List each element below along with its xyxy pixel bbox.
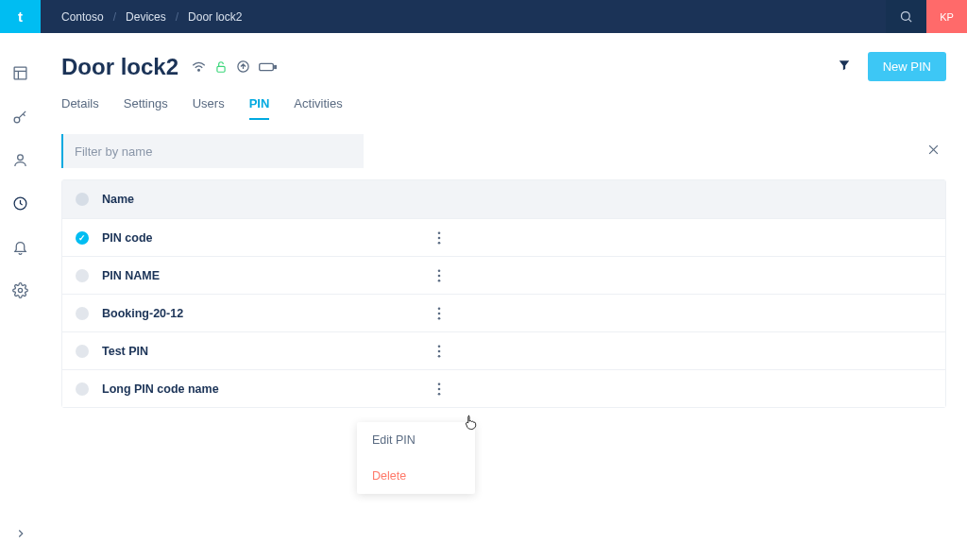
side-rail bbox=[0, 33, 41, 560]
svg-point-24 bbox=[438, 316, 441, 319]
svg-point-21 bbox=[438, 279, 441, 281]
funnel-icon bbox=[838, 59, 851, 72]
svg-point-18 bbox=[438, 241, 441, 244]
rail-dashboard[interactable] bbox=[11, 63, 30, 82]
rail-keys[interactable] bbox=[11, 107, 30, 126]
svg-point-23 bbox=[438, 312, 441, 314]
dots-vertical-icon bbox=[437, 231, 441, 245]
svg-rect-10 bbox=[217, 66, 225, 72]
row-more-button[interactable] bbox=[432, 228, 447, 248]
row-checkbox[interactable] bbox=[76, 231, 89, 245]
table-row[interactable]: Booking-20-12 bbox=[62, 294, 945, 331]
tab-activities[interactable]: Activities bbox=[294, 91, 342, 120]
rail-settings[interactable] bbox=[11, 280, 30, 299]
row-more-button[interactable] bbox=[432, 303, 447, 324]
dots-vertical-icon bbox=[437, 307, 441, 320]
dashboard-icon bbox=[12, 65, 28, 81]
row-name: PIN code bbox=[102, 231, 418, 245]
close-filter-button[interactable] bbox=[921, 139, 946, 164]
breadcrumb-separator: / bbox=[113, 10, 116, 24]
context-menu-edit[interactable]: Edit PIN bbox=[357, 422, 475, 458]
tab-pin[interactable]: PIN bbox=[249, 91, 270, 120]
avatar[interactable]: KP bbox=[926, 0, 967, 33]
svg-point-28 bbox=[438, 382, 441, 385]
svg-point-16 bbox=[438, 231, 441, 234]
row-name: Long PIN code name bbox=[102, 382, 418, 396]
svg-point-25 bbox=[438, 345, 441, 348]
breadcrumb-item-2[interactable]: Door lock2 bbox=[188, 10, 242, 24]
breadcrumb: Contoso / Devices / Door lock2 bbox=[41, 10, 886, 24]
svg-line-1 bbox=[908, 19, 911, 22]
row-name: Test PIN bbox=[102, 345, 418, 358]
filter-input[interactable] bbox=[61, 134, 364, 168]
main-wrap: Door lock2 New PIN Details Settings User… bbox=[0, 33, 967, 560]
title-row: Door lock2 New PIN bbox=[61, 52, 946, 81]
gear-icon bbox=[12, 282, 28, 298]
svg-rect-12 bbox=[260, 63, 274, 70]
svg-point-19 bbox=[438, 269, 441, 272]
rail-users[interactable] bbox=[11, 150, 30, 169]
wifi-icon bbox=[192, 60, 206, 73]
user-icon bbox=[12, 152, 28, 168]
tab-users[interactable]: Users bbox=[193, 91, 225, 120]
table-row[interactable]: Long PIN code name bbox=[62, 369, 945, 407]
app-logo[interactable]: t bbox=[0, 0, 41, 33]
column-name: Name bbox=[102, 193, 134, 206]
page-title: Door lock2 bbox=[61, 54, 178, 80]
filter-row bbox=[61, 134, 946, 168]
table-row[interactable]: PIN code bbox=[62, 218, 945, 256]
app-logo-letter: t bbox=[18, 8, 23, 25]
breadcrumb-item-1[interactable]: Devices bbox=[126, 10, 166, 24]
row-checkbox[interactable] bbox=[76, 307, 89, 320]
rail-devices[interactable] bbox=[11, 194, 30, 212]
row-name: PIN NAME bbox=[102, 269, 418, 282]
svg-point-5 bbox=[14, 117, 20, 123]
tab-settings[interactable]: Settings bbox=[124, 91, 168, 120]
context-menu: Edit PIN Delete bbox=[357, 422, 475, 494]
row-more-button[interactable] bbox=[432, 265, 447, 286]
row-checkbox[interactable] bbox=[76, 345, 89, 358]
svg-point-0 bbox=[902, 12, 910, 21]
breadcrumb-item-0[interactable]: Contoso bbox=[61, 10, 104, 24]
svg-point-20 bbox=[438, 274, 441, 277]
pin-table: Name PIN code PIN NAME Booking-20-12 bbox=[61, 179, 946, 408]
table-header: Name bbox=[62, 180, 945, 218]
search-button[interactable] bbox=[886, 0, 926, 33]
svg-point-30 bbox=[438, 392, 441, 395]
filter-toggle[interactable] bbox=[838, 59, 851, 76]
table-row[interactable]: Test PIN bbox=[62, 331, 945, 369]
row-checkbox[interactable] bbox=[76, 382, 89, 396]
dots-vertical-icon bbox=[437, 382, 441, 396]
row-checkbox[interactable] bbox=[76, 269, 89, 282]
content: Door lock2 New PIN Details Settings User… bbox=[41, 33, 967, 560]
row-name: Booking-20-12 bbox=[102, 307, 418, 320]
bell-icon bbox=[12, 239, 28, 255]
chevron-right-icon bbox=[14, 527, 27, 540]
row-more-button[interactable] bbox=[432, 341, 447, 362]
key-icon bbox=[12, 109, 28, 125]
rail-notifications[interactable] bbox=[11, 237, 30, 256]
svg-point-8 bbox=[18, 288, 22, 292]
svg-point-6 bbox=[18, 154, 24, 160]
svg-point-9 bbox=[198, 69, 200, 71]
tab-details[interactable]: Details bbox=[61, 91, 99, 120]
search-icon bbox=[899, 9, 913, 24]
status-icons bbox=[192, 59, 277, 74]
context-menu-delete[interactable]: Delete bbox=[357, 458, 475, 494]
breadcrumb-separator: / bbox=[176, 10, 178, 24]
row-more-button[interactable] bbox=[432, 379, 447, 399]
dots-vertical-icon bbox=[437, 345, 441, 358]
dots-vertical-icon bbox=[437, 269, 441, 282]
arrow-up-circle-icon bbox=[236, 59, 250, 74]
close-icon bbox=[926, 143, 941, 157]
clock-icon bbox=[12, 195, 28, 212]
battery-icon bbox=[259, 61, 277, 73]
title-actions: New PIN bbox=[838, 52, 946, 81]
lock-open-icon bbox=[214, 60, 228, 74]
rail-expand[interactable] bbox=[11, 524, 30, 543]
select-all-checkbox[interactable] bbox=[76, 193, 89, 206]
table-row[interactable]: PIN NAME bbox=[62, 256, 945, 294]
new-pin-button[interactable]: New PIN bbox=[868, 52, 946, 81]
svg-point-26 bbox=[438, 349, 441, 352]
tabs: Details Settings Users PIN Activities bbox=[61, 91, 946, 121]
